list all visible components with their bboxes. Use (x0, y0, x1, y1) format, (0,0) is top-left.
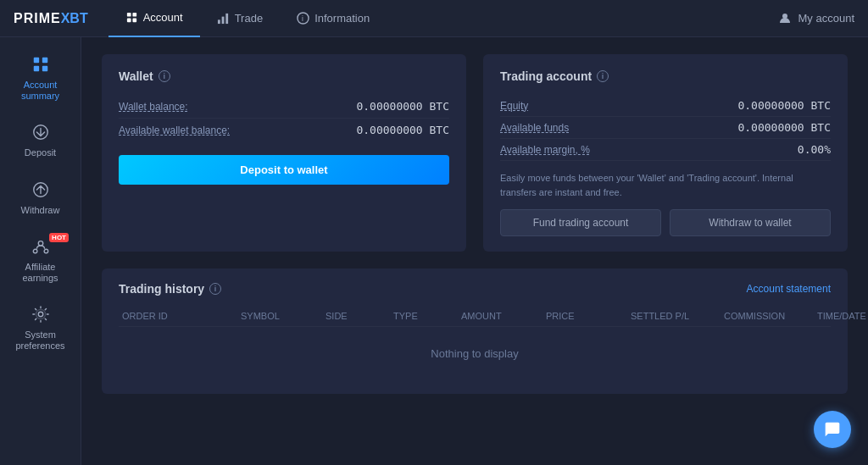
nav-item-information[interactable]: i Information (280, 0, 387, 37)
table-header: Order ID Symbol Side Type Amount Price S… (119, 306, 831, 327)
my-account-label: My account (798, 12, 854, 25)
col-price: Price (542, 311, 627, 321)
available-funds-value: 0.00000000 BTC (737, 121, 831, 134)
nav-account-label: Account (143, 11, 183, 24)
col-side: Side (322, 311, 390, 321)
svg-rect-2 (127, 18, 131, 22)
gear-icon (31, 304, 51, 324)
trading-account-info-icon[interactable]: i (597, 70, 609, 82)
wallet-info-icon[interactable]: i (159, 70, 170, 82)
wallet-card: Wallet i Wallet balance: 0.00000000 BTC … (102, 54, 466, 252)
svg-rect-6 (225, 14, 228, 24)
svg-rect-4 (218, 19, 220, 24)
svg-rect-10 (33, 58, 38, 63)
sidebar-item-withdraw[interactable]: Withdraw (0, 169, 81, 226)
trading-history-card: Trading history i Account statement Orde… (102, 268, 848, 394)
withdraw-label: Withdraw (21, 205, 60, 216)
available-funds-label[interactable]: Available funds (500, 122, 569, 134)
transfer-buttons: Fund trading account Withdraw to wallet (500, 209, 831, 236)
withdraw-icon (31, 180, 51, 200)
wallet-balance-value: 0.00000000 BTC (356, 100, 449, 113)
deposit-label: Deposit (25, 147, 56, 158)
affiliate-icon (31, 236, 51, 257)
svg-rect-12 (33, 66, 38, 71)
nav-item-account[interactable]: Account (108, 0, 200, 37)
sidebar-item-affiliate-earnings[interactable]: HOT Affiliate earnings (0, 226, 81, 294)
svg-point-20 (36, 310, 45, 319)
wallet-balance-row: Wallet balance: 0.00000000 BTC (119, 95, 449, 119)
nav-trade-label: Trade (235, 12, 263, 25)
account-statement-link[interactable]: Account statement (747, 283, 831, 295)
svg-rect-11 (42, 58, 47, 63)
equity-row: Equity 0.00000000 BTC (500, 95, 831, 117)
equity-label[interactable]: Equity (500, 100, 528, 112)
trading-account-title: Trading account i (500, 69, 831, 83)
svg-point-19 (38, 312, 43, 317)
main-content: Wallet i Wallet balance: 0.00000000 BTC … (81, 37, 868, 465)
equity-value: 0.00000000 BTC (737, 99, 831, 112)
sidebar: Account summary Deposit Withdraw HOT Aff… (0, 37, 81, 465)
trading-history-info-icon[interactable]: i (209, 283, 221, 295)
hot-badge: HOT (49, 233, 69, 242)
top-panels: Wallet i Wallet balance: 0.00000000 BTC … (102, 54, 848, 252)
fund-trading-account-button[interactable]: Fund trading account (500, 209, 661, 236)
chat-button[interactable] (814, 411, 851, 448)
svg-rect-0 (127, 13, 131, 17)
col-amount: Amount (458, 311, 542, 321)
affiliate-label: Affiliate earnings (7, 262, 74, 284)
nav-info-label: Information (314, 12, 370, 25)
trading-history-title: Trading history i (119, 282, 221, 296)
svg-rect-5 (221, 17, 224, 24)
withdraw-to-wallet-button[interactable]: Withdraw to wallet (670, 209, 831, 236)
col-settled-pl: Settled P/L (627, 311, 721, 321)
available-wallet-value: 0.00000000 BTC (356, 124, 449, 136)
col-time-date: Time/Date (814, 311, 868, 321)
sidebar-item-account-summary[interactable]: Account summary (0, 44, 81, 112)
wallet-balance-label[interactable]: Wallet balance: (119, 101, 188, 113)
svg-point-17 (33, 249, 37, 253)
available-margin-label[interactable]: Available margin, % (500, 144, 590, 156)
col-type: Type (390, 311, 458, 321)
deposit-to-wallet-button[interactable]: Deposit to wallet (119, 155, 449, 185)
logo[interactable]: PRIME XBT (14, 11, 88, 26)
trading-account-card: Trading account i Equity 0.00000000 BTC … (483, 54, 848, 252)
account-summary-label: Account summary (7, 80, 74, 102)
svg-rect-3 (132, 18, 136, 22)
logo-xbt: XBT (61, 11, 88, 26)
my-account-button[interactable]: My account (778, 12, 854, 25)
available-margin-row: Available margin, % 0.00% (500, 139, 831, 161)
available-margin-value: 0.00% (798, 143, 831, 156)
svg-rect-13 (42, 66, 47, 71)
account-summary-icon (31, 54, 51, 75)
available-wallet-label[interactable]: Available wallet balance: (119, 125, 230, 136)
wallet-title: Wallet i (119, 69, 449, 83)
system-preferences-label: System preferences (7, 329, 74, 352)
svg-point-18 (44, 249, 48, 253)
main-layout: Account summary Deposit Withdraw HOT Aff… (0, 37, 868, 465)
sidebar-item-system-preferences[interactable]: System preferences (0, 294, 81, 362)
col-order-id: Order ID (119, 311, 237, 321)
col-commission: Commission (721, 311, 814, 321)
transfer-note: Easily move funds between your 'Wallet' … (500, 171, 831, 199)
deposit-icon (31, 122, 51, 142)
trading-history-header: Trading history i Account statement (119, 282, 831, 296)
top-navigation: PRIME XBT Account Trade i Information My… (0, 0, 868, 37)
sidebar-item-deposit[interactable]: Deposit (0, 112, 81, 169)
svg-text:i: i (302, 14, 303, 23)
available-wallet-balance-row: Available wallet balance: 0.00000000 BTC (119, 119, 449, 141)
nav-item-trade[interactable]: Trade (200, 0, 280, 37)
logo-prime: PRIME (14, 11, 61, 26)
table-empty-message: Nothing to display (119, 327, 831, 380)
nav-items: Account Trade i Information (108, 0, 778, 37)
col-symbol: Symbol (237, 311, 322, 321)
svg-rect-1 (132, 13, 136, 17)
svg-point-16 (38, 241, 43, 246)
available-funds-row: Available funds 0.00000000 BTC (500, 117, 831, 139)
